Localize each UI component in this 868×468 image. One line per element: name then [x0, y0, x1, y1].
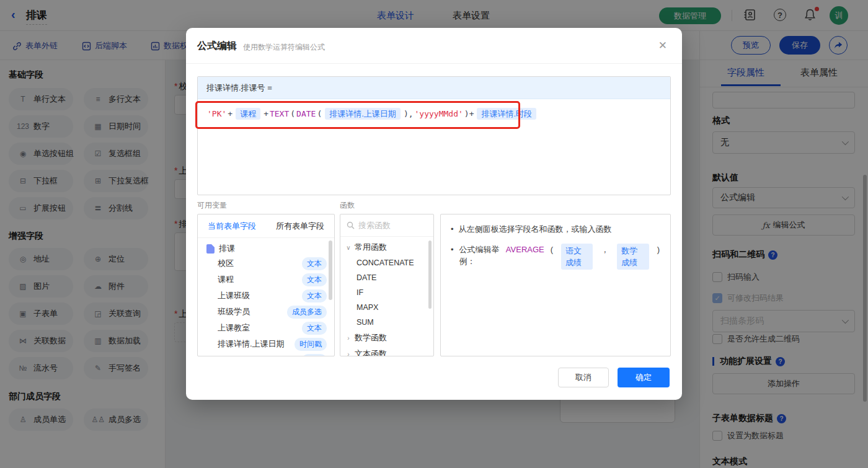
- formula-target: 排课详情.排课号 =: [198, 77, 670, 99]
- formula-editor[interactable]: 排课详情.排课号 = 'PK'+课程+TEXT(DATE(排课详情.上课日期),…: [197, 76, 671, 195]
- formula-token: TEXT: [270, 109, 289, 118]
- function-group-label: 数学函数: [355, 332, 387, 343]
- formula-token: DATE: [296, 109, 316, 118]
- variable-type-badge: 文本: [302, 322, 327, 335]
- formula-editor-modal: 公式编辑 使用数学运算符编辑公式 ✕ 排课详情.排课号 = 'PK'+课程+TE…: [186, 28, 682, 400]
- help-tip-1: • 从左侧面板选择字段名和函数，或输入函数: [441, 223, 670, 235]
- formula-token: ),: [404, 109, 414, 118]
- chevron-collapsed-icon: ›: [345, 351, 352, 357]
- formula-token: (: [317, 109, 322, 118]
- variable-row[interactable]: 排课详情.时段 文本: [198, 352, 334, 356]
- variable-row[interactable]: 校区 文本: [198, 255, 334, 272]
- variable-name: 排课详情.上课日期: [218, 338, 294, 350]
- function-group-math[interactable]: › 数学函数: [340, 330, 433, 346]
- variables-list: 校区 文本 课程 文本 上课班级 文本 班级学员 成员多选: [198, 255, 334, 356]
- formula-token: +: [264, 109, 268, 118]
- variables-scrollbar[interactable]: [329, 241, 332, 300]
- formula-token: 'PK': [207, 109, 226, 118]
- functions-label: 函数: [340, 200, 355, 211]
- variables-root-label: 排课: [219, 243, 235, 254]
- form-doc-icon: [206, 244, 215, 254]
- function-group-label: 常用函数: [355, 242, 387, 253]
- tab-all-form-fields[interactable]: 所有表单字段: [276, 221, 324, 232]
- variable-row[interactable]: 课程 文本: [198, 272, 334, 288]
- variable-type-badge: 文本: [302, 257, 327, 270]
- bullet-icon: •: [451, 244, 454, 255]
- function-item[interactable]: CONCATENATE: [340, 255, 433, 270]
- variable-row[interactable]: 上课教室 文本: [198, 320, 334, 336]
- example-token: AVERAGE: [506, 244, 544, 255]
- variable-type-badge: 文本: [302, 354, 327, 357]
- variable-name: 班级学员: [218, 306, 287, 317]
- help-tip-2: • 公式编辑举例：AVERAGE(语文成绩，数学成绩): [441, 244, 670, 270]
- variable-name: 上课教室: [218, 322, 302, 333]
- variables-root-node[interactable]: 排课: [198, 238, 334, 255]
- variable-type-badge: 成员多选: [287, 306, 327, 319]
- formula-token: 排课详情.时段: [477, 108, 536, 120]
- example-token: (: [551, 244, 553, 255]
- modal-subtitle: 使用数学运算符编辑公式: [243, 42, 325, 53]
- variable-row[interactable]: 班级学员 成员多选: [198, 304, 334, 320]
- chevron-expanded-icon: ∨: [345, 244, 352, 251]
- close-icon[interactable]: ✕: [658, 39, 667, 52]
- variables-tabs: 当前表单字段 所有表单字段: [198, 214, 334, 238]
- function-search: [340, 214, 433, 237]
- formula-token: 排课详情.上课日期: [325, 108, 401, 120]
- function-group-label: 文本函数: [355, 348, 387, 356]
- example-token: 数学成绩: [617, 244, 649, 270]
- variable-name: 课程: [218, 274, 302, 285]
- confirm-button[interactable]: 确定: [618, 368, 670, 387]
- variable-name: 校区: [218, 258, 302, 269]
- modal-title: 公式编辑: [197, 40, 237, 53]
- function-group-text[interactable]: › 文本函数: [340, 346, 433, 356]
- chevron-collapsed-icon: ›: [345, 335, 352, 342]
- bullet-icon: •: [451, 223, 454, 235]
- formula-token: (: [290, 109, 295, 118]
- variable-row[interactable]: 排课详情.上课日期 时间戳: [198, 336, 334, 352]
- example-token: 公式编辑举例：: [459, 244, 500, 267]
- variables-label: 可用变量: [197, 200, 227, 211]
- tab-current-form-fields[interactable]: 当前表单字段: [208, 221, 256, 232]
- variable-name: 上课班级: [218, 290, 302, 301]
- example-token: 语文成绩: [561, 244, 593, 270]
- formula-token: +: [228, 109, 232, 118]
- variable-type-badge: 时间戳: [294, 338, 327, 351]
- formula-token: 课程: [236, 108, 260, 120]
- formula-expression[interactable]: 'PK'+课程+TEXT(DATE(排课详情.上课日期),'yyyyMMdd')…: [198, 99, 670, 129]
- function-item[interactable]: DATE: [340, 270, 433, 285]
- formula-token: 'yyyyMMdd': [415, 109, 463, 118]
- example-token: ): [657, 244, 660, 255]
- variable-row[interactable]: 上课班级 文本: [198, 288, 334, 304]
- cancel-button[interactable]: 取消: [558, 368, 609, 387]
- function-search-input[interactable]: [358, 221, 420, 230]
- modal-header: 公式编辑 使用数学运算符编辑公式 ✕: [186, 28, 682, 64]
- function-group-common[interactable]: ∨ 常用函数: [340, 239, 433, 255]
- help-panel: • 从左侧面板选择字段名和函数，或输入函数 • 公式编辑举例：AVERAGE(语…: [440, 214, 671, 356]
- function-item[interactable]: IF: [340, 285, 433, 300]
- variables-panel: 当前表单字段 所有表单字段 排课 校区 文本 课程 文本 上课班级: [197, 214, 335, 356]
- formula-token: )+: [464, 109, 474, 118]
- function-list: CONCATENATEDATEIFMAPXSUM: [340, 255, 433, 330]
- functions-scrollbar[interactable]: [428, 241, 432, 309]
- search-icon: [347, 221, 355, 229]
- variable-type-badge: 文本: [302, 273, 327, 286]
- variable-name: 排课详情.时段: [218, 355, 302, 356]
- variable-type-badge: 文本: [302, 289, 327, 302]
- example-token: ，: [601, 244, 609, 255]
- function-item[interactable]: MAPX: [340, 300, 433, 315]
- functions-panel: ∨ 常用函数 CONCATENATEDATEIFMAPXSUM › 数学函数 ›…: [340, 214, 434, 356]
- function-item[interactable]: SUM: [340, 315, 433, 330]
